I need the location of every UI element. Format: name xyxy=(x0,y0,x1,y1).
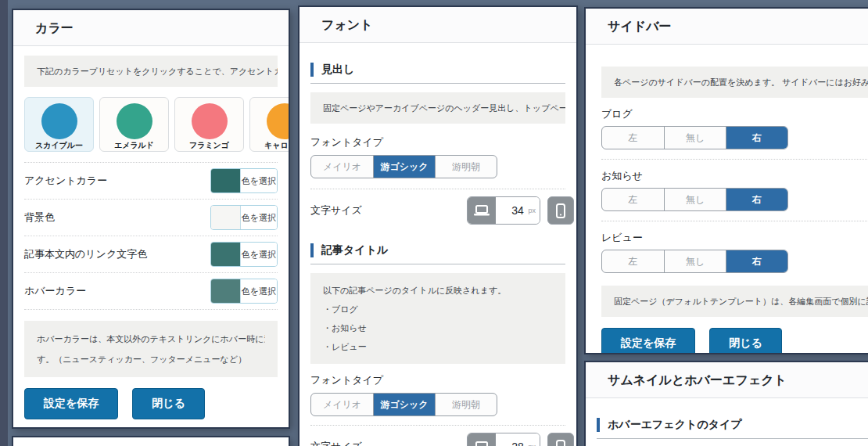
article-font-size-row: 文字サイズ 28 px xyxy=(310,433,574,446)
divider xyxy=(310,83,565,84)
position-option-right[interactable]: 右 xyxy=(726,127,787,149)
accent-color-label: アクセントカラー xyxy=(24,174,107,188)
mobile-icon xyxy=(556,440,565,446)
heading-section-title: 見出し xyxy=(310,63,565,77)
carrot-color-circle xyxy=(267,103,291,139)
font-option-yumincho[interactable]: 游明朝 xyxy=(435,156,497,178)
font-type-label: フォントタイプ xyxy=(310,135,565,149)
preset-label: キャロット xyxy=(250,140,290,151)
font-size-unit: px xyxy=(528,207,536,214)
sidebar-settings-panel: サイドバー 各ページのサイドバーの配置を決めます。 サイドバーにはお好みのウィジ… xyxy=(584,7,868,354)
preset-card-carrot[interactable]: キャロット xyxy=(249,97,290,152)
font-size-label: 文字サイズ xyxy=(310,203,362,218)
news-group-label: お知らせ xyxy=(601,169,868,183)
font-option-meiryo[interactable]: メイリオ xyxy=(311,394,373,415)
divider xyxy=(601,159,868,160)
font-panel-title: フォント xyxy=(299,7,576,43)
position-option-none[interactable]: 無し xyxy=(664,189,726,210)
section-accent-bar xyxy=(597,418,600,432)
hover-note-line2: す。（ニュースティッカー、フッターメニューなど） xyxy=(37,349,265,369)
section-accent-bar xyxy=(310,63,314,77)
link-color-swatch xyxy=(211,243,241,266)
color-preset-note: 下記のカラープリセットをクリックすることで、アクセントカラーや背景 xyxy=(24,56,278,87)
sidebar-placement-note: 各ページのサイドバーの配置を決めます。 サイドバーにはお好みのウィジ xyxy=(601,67,868,98)
heading-font-type-segmented: メイリオ 游ゴシック 游明朝 xyxy=(310,155,497,178)
article-font-size-input[interactable]: 28 px xyxy=(496,433,540,446)
color-panel-title: カラー xyxy=(13,10,289,46)
position-option-right[interactable]: 右 xyxy=(726,250,787,272)
thumbnail-panel-title: サムネイルとホバーエフェクト xyxy=(586,362,868,398)
select-color-button[interactable]: 色を選択 xyxy=(241,279,277,303)
hover-note-line1: ホバーカラーは、本文以外のテキストリンクにホバー時に適用されます。 xyxy=(37,329,265,349)
preset-label: スカイブルー xyxy=(25,140,93,151)
mobile-size-button[interactable] xyxy=(547,433,574,446)
font-size-unit: px xyxy=(528,443,536,446)
fixed-page-note: 固定ページ（デフォルトテンプレート）は、各編集画面で個別に設定でき xyxy=(601,286,868,317)
font-option-yugothic[interactable]: 游ゴシック xyxy=(373,394,435,415)
section-accent-bar xyxy=(310,243,314,257)
background-color-label: 背景色 xyxy=(24,210,55,225)
select-color-button[interactable]: 色を選択 xyxy=(241,243,277,266)
position-option-left[interactable]: 左 xyxy=(602,127,664,149)
divider xyxy=(597,438,868,439)
accent-color-row: アクセントカラー 色を選択 xyxy=(24,163,278,200)
background-color-swatch xyxy=(211,206,241,229)
blog-group-label: ブログ xyxy=(601,107,868,121)
font-size-label: 文字サイズ xyxy=(310,440,362,446)
preset-label: エメラルド xyxy=(100,140,168,151)
mobile-icon xyxy=(556,203,565,218)
desktop-icon xyxy=(474,441,490,446)
article-title-note: 以下の記事ページのタイトルに反映されます。 ・ブログ ・お知らせ ・レビュー xyxy=(310,273,565,364)
heading-font-note: 固定ページやアーカイブページのヘッダー見出し、トップページメインコ xyxy=(310,92,565,124)
article-font-type-segmented: メイリオ 游ゴシック 游明朝 xyxy=(310,393,497,416)
position-option-left[interactable]: 左 xyxy=(602,250,664,272)
position-option-none[interactable]: 無し xyxy=(664,127,726,149)
hover-effect-type-section-title: ホバーエフェクトのタイプ xyxy=(597,418,868,432)
preset-label: フラミンゴ xyxy=(175,140,243,151)
select-color-button[interactable]: 色を選択 xyxy=(241,169,277,192)
color-settings-panel: カラー 下記のカラープリセットをクリックすることで、アクセントカラーや背景 スカ… xyxy=(12,9,290,429)
accent-color-picker[interactable]: 色を選択 xyxy=(210,168,278,193)
link-color-picker[interactable]: 色を選択 xyxy=(210,242,278,267)
select-color-button[interactable]: 色を選択 xyxy=(241,206,277,229)
hover-color-swatch xyxy=(211,279,241,303)
hidden-lower-panel xyxy=(12,436,290,446)
font-option-yumincho[interactable]: 游明朝 xyxy=(435,394,497,415)
heading-font-size-row: 文字サイズ 34 px xyxy=(310,196,574,225)
position-option-left[interactable]: 左 xyxy=(602,189,664,210)
position-option-right[interactable]: 右 xyxy=(726,189,787,210)
emerald-color-circle xyxy=(117,103,152,139)
review-position-segmented: 左 無し 右 xyxy=(601,250,788,273)
thumbnail-hover-panel: サムネイルとホバーエフェクト ホバーエフェクトのタイプ xyxy=(584,361,868,446)
sidebar-panel-title: サイドバー xyxy=(586,9,868,45)
font-option-meiryo[interactable]: メイリオ xyxy=(311,156,373,178)
hover-color-picker[interactable]: 色を選択 xyxy=(210,279,278,304)
divider xyxy=(310,189,565,189)
desktop-icon xyxy=(474,205,490,216)
desktop-size-control: 28 px xyxy=(467,433,540,446)
color-preset-row: スカイブルー エメラルド フラミンゴ キャロット xyxy=(24,97,278,152)
desktop-size-button[interactable] xyxy=(468,433,496,446)
font-option-yugothic[interactable]: 游ゴシック xyxy=(373,156,435,178)
review-group-label: レビュー xyxy=(601,231,868,245)
accent-color-swatch xyxy=(211,169,241,192)
preset-card-skyblue[interactable]: スカイブルー xyxy=(24,97,94,152)
save-settings-button[interactable]: 設定を保存 xyxy=(24,388,118,419)
desktop-size-control: 34 px xyxy=(467,196,540,225)
divider xyxy=(601,221,868,221)
preset-card-emerald[interactable]: エメラルド xyxy=(99,97,169,152)
save-settings-button[interactable]: 設定を保存 xyxy=(601,328,695,354)
background-color-picker[interactable]: 色を選択 xyxy=(210,205,278,230)
preset-card-flamingo[interactable]: フラミンゴ xyxy=(174,97,244,152)
hover-color-note: ホバーカラーは、本文以外のテキストリンクにホバー時に適用されます。 す。（ニュー… xyxy=(24,321,278,377)
mobile-size-button[interactable] xyxy=(547,196,574,225)
article-title-section-title: 記事タイトル xyxy=(310,243,565,257)
blog-position-segmented: 左 無し 右 xyxy=(601,126,788,149)
divider xyxy=(310,425,565,426)
close-button[interactable]: 閉じる xyxy=(709,328,782,354)
heading-font-size-input[interactable]: 34 px xyxy=(496,197,540,224)
close-button[interactable]: 閉じる xyxy=(132,388,205,419)
link-color-label: 記事本文内のリンク文字色 xyxy=(24,247,147,261)
desktop-size-button[interactable] xyxy=(468,197,496,224)
position-option-none[interactable]: 無し xyxy=(664,250,726,272)
